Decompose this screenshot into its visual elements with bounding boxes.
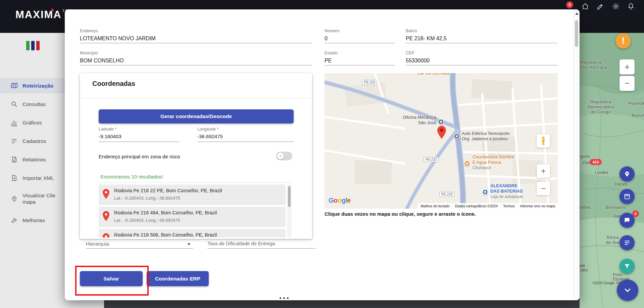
poi-marker-oficina[interactable]: [438, 119, 444, 125]
sidebar-item-label: Importar XML: [22, 175, 54, 181]
poi-marker-churrascaria[interactable]: [464, 160, 470, 166]
edit-client-address-modal: Endereço LOTEAMENTO NOVO JARDIM Número 0…: [65, 9, 580, 300]
home-icon[interactable]: [582, 3, 590, 11]
results-count-text: Encontramos 10 resultados!: [100, 174, 163, 179]
pegman-icon: [540, 136, 546, 146]
poi-label-auto-eletrica[interactable]: Auto Elétrica Teresópolis Org: Jaldemo e…: [462, 131, 536, 141]
result-address: Rodovia Pe 218 22 PE, Bom Conselho, PE, …: [114, 188, 222, 193]
poi-label-oficina-mecanica[interactable]: Oficina Mecânica São José: [381, 115, 436, 125]
chevron-down-icon: [623, 286, 632, 295]
road-badge-pe233: PE-233: [424, 157, 439, 162]
poi-marker-alexandre-baterias[interactable]: [482, 189, 488, 195]
municipio-field[interactable]: BOM CONSELHO: [80, 58, 124, 64]
dropdown-arrow-icon[interactable]: [187, 243, 191, 245]
chat-count-badge: 0: [632, 210, 639, 217]
brand-accent-triangle: [50, 8, 54, 11]
scroll-up-arrow[interactable]: [575, 12, 579, 15]
hierarquia-underline: [86, 248, 193, 249]
map-data-text: Dados cartográficos ©2024: [455, 204, 498, 208]
country-label-burundi: Burundi: [632, 113, 644, 118]
alert-button[interactable]: !: [615, 33, 631, 49]
endereco-field[interactable]: LOTEAMENTO NOVO JARDIM: [80, 36, 156, 42]
sidebar-item-label: Relatórios: [22, 156, 46, 163]
sidebar-item-label: Visualizar Clie mapa: [22, 192, 55, 205]
cep-field[interactable]: 55330000: [406, 58, 430, 64]
terms-link[interactable]: Termos: [503, 204, 514, 208]
fab-collapse-button[interactable]: [617, 279, 638, 301]
bairro-underline: [406, 43, 557, 43]
selected-location-pin[interactable]: [437, 126, 446, 139]
menu-lines-icon: [624, 239, 631, 246]
risk-zone-toggle[interactable]: ✕: [276, 152, 292, 160]
latitude-underline: [99, 142, 179, 142]
poi-label-alexandre-baterias[interactable]: ALEXANDRE DAS BATERIAS: [490, 183, 544, 194]
cep-underline: [406, 65, 557, 65]
salvar-button[interactable]: Salvar: [80, 271, 143, 286]
location-pin-icon: [11, 195, 18, 202]
edit-icon[interactable]: [597, 3, 605, 11]
bairro-field[interactable]: PE 218- KM 42,5: [406, 36, 447, 42]
map-zoom-out-button[interactable]: −: [537, 182, 550, 195]
road-badge-pe233: PE-233: [362, 80, 377, 85]
poi-label-churrascaria[interactable]: Churrascaria Sombra E Agua Fresca: [473, 154, 536, 165]
risk-zone-label: Endereço principal em zona de risco: [99, 154, 180, 159]
geocode-results-list: Rodovia Pe 218 22 PE, Bom Conselho, PE, …: [99, 185, 292, 238]
municipio-underline: [80, 65, 312, 65]
city-label-harare: Harare: [615, 182, 628, 187]
gerar-geocode-button[interactable]: Gerar coordenadas/Geocode: [99, 109, 294, 123]
result-address: Rodovia Pe 218 494, Bom Conselho, PE, Br…: [114, 210, 217, 215]
bg-zoom-out-button[interactable]: −: [620, 76, 635, 91]
longitude-field[interactable]: -36.692475: [197, 134, 223, 139]
fab-list-button[interactable]: [620, 235, 635, 250]
results-scrollbar-thumb[interactable]: [288, 186, 291, 207]
country-label-botsuana: Botsuana: [606, 205, 633, 210]
estado-underline: [325, 65, 395, 65]
modal-scrollbar[interactable]: [574, 9, 580, 300]
result-address: Rodovia Pe 218 506, Bom Conselho, PE, Br…: [114, 232, 217, 238]
more-indicator[interactable]: [280, 297, 289, 299]
report-error-link[interactable]: Informar erro no mapa: [520, 204, 555, 208]
geocode-result-item[interactable]: Rodovia Pe 218 494, Bom Conselho, PE, Br…: [99, 207, 286, 227]
pegman-street-view-control[interactable]: [537, 134, 550, 148]
estado-field[interactable]: PE: [325, 58, 332, 64]
fab-filter-button[interactable]: [620, 259, 635, 274]
hierarquia-select[interactable]: Hierarquia: [86, 241, 109, 247]
wrench-icon: [11, 217, 18, 224]
result-coords: Lat.: -9.160403, Long.:-36.692475: [114, 218, 180, 223]
numero-field[interactable]: 0: [325, 36, 328, 42]
location-pin-icon: [624, 170, 631, 177]
poi-sublabel-loja-autopecas: Loja de autopeças: [490, 194, 523, 199]
bg-zoom-in-button[interactable]: +: [620, 59, 635, 74]
modal-scrollbar-thumb[interactable]: [575, 20, 578, 47]
background-africa-map[interactable]: República Centro-Africana República Demo…: [580, 33, 644, 308]
latitude-field[interactable]: -9.160403: [99, 134, 121, 139]
geocode-result-item[interactable]: Rodovia Pe 218 22 PE, Bom Conselho, PE, …: [99, 185, 286, 205]
map-icon: [11, 82, 18, 89]
results-scrollbar[interactable]: [287, 185, 292, 238]
fab-calendar-button[interactable]: [620, 189, 635, 204]
taxa-underline: [207, 248, 315, 249]
fab-locate-clients-button[interactable]: [620, 166, 635, 182]
municipio-label: Município: [80, 51, 98, 55]
taxa-dificuldade-field[interactable]: Taxa de Dificuldade de Entrega: [207, 241, 275, 246]
notifications-bell-icon[interactable]: [627, 3, 635, 11]
list-icon: [11, 138, 18, 145]
latitude-label: Latitude *: [99, 127, 116, 132]
results-divider: [99, 183, 292, 183]
city-label-lusaka: Lusaka: [595, 170, 608, 175]
coordenadas-erp-button[interactable]: Coordenadas ERP: [147, 271, 209, 286]
poi-label-bar-da-buchada[interactable]: Bar Da Buchada: [408, 73, 459, 76]
google-logo[interactable]: Google: [329, 197, 351, 204]
map-hint-text: Clique duas vezes no mapa ou clique, seg…: [325, 211, 476, 217]
settings-gear-icon[interactable]: [612, 3, 620, 11]
cluster-count-badge[interactable]: 413: [590, 159, 602, 165]
poi-marker-auto-eletrica[interactable]: [454, 133, 460, 139]
result-pin-icon: [103, 233, 109, 238]
google-map[interactable]: Bar Da Buchada PE-233 PE-233 PE-218 Ofic…: [325, 73, 558, 209]
map-zoom-in-button[interactable]: +: [537, 164, 550, 178]
geocode-result-item[interactable]: Rodovia Pe 218 506, Bom Conselho, PE, Br…: [99, 229, 286, 238]
toggle-knob: ✕: [277, 153, 284, 159]
longitude-label: Longitude *: [197, 127, 218, 132]
brand-text: MAXIMA: [15, 9, 62, 20]
keyboard-shortcuts-link[interactable]: Atalhos do teclado: [420, 204, 449, 208]
